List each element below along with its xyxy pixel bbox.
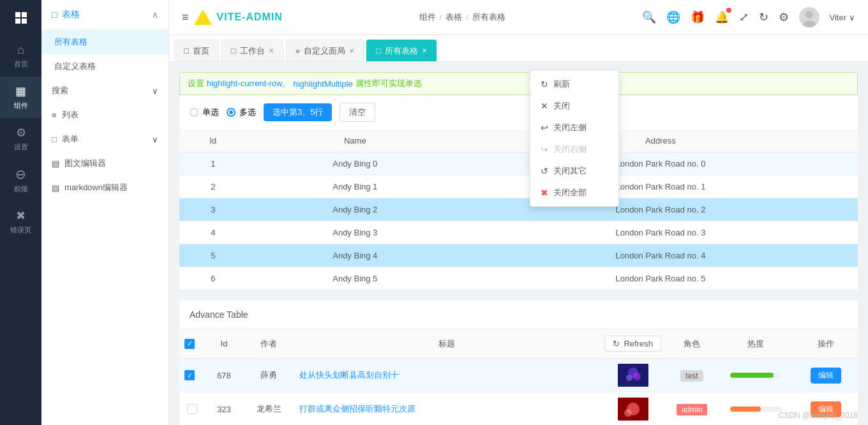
- context-menu-refresh[interactable]: ↻ 刷新: [530, 73, 618, 95]
- username[interactable]: Viter ∨: [830, 13, 856, 22]
- svg-point-9: [624, 409, 632, 417]
- basic-cell-name: Andy Bing 0: [247, 153, 463, 175]
- context-menu-close-left[interactable]: ↩ 关闭左侧: [530, 117, 618, 138]
- sidebar-item-error-pages[interactable]: ✖ 错误页: [0, 201, 41, 242]
- info-bar-link1[interactable]: highlight-current-row、: [207, 78, 291, 89]
- clear-button[interactable]: 清空: [340, 103, 375, 122]
- advance-table-row-2: 323 龙希兰 打群或离众侧招保听颗特元次原: [179, 392, 858, 426]
- sidebar-item-permissions-label: 权限: [14, 184, 28, 194]
- basic-cell-address: London Park Road no. 2: [463, 198, 858, 221]
- refresh-label: Refresh: [624, 339, 653, 348]
- tab-all-tables[interactable]: □ 所有表格 ✕: [366, 40, 437, 61]
- form-icon: □: [52, 135, 57, 144]
- radio-multi-label: 多选: [239, 107, 256, 118]
- left-nav-markdown-editor[interactable]: ▤ markdown编辑器: [41, 175, 168, 200]
- left-nav-form[interactable]: □ 表单 ∨: [41, 127, 168, 151]
- gift-icon-btn[interactable]: 🎁: [691, 10, 705, 24]
- search-icon-btn[interactable]: 🔍: [642, 10, 656, 24]
- basic-table: Id Name Address 1 Andy Bing 0 London Par…: [179, 130, 858, 290]
- basic-cell-id: 4: [179, 221, 247, 244]
- context-menu-close-right: ↪ 关闭右侧: [530, 138, 618, 160]
- search-arrow-icon: ∨: [152, 86, 158, 96]
- row1-role-tag: test: [680, 370, 703, 382]
- list-label: 列表: [62, 109, 79, 121]
- image-editor-icon: ▤: [52, 159, 59, 168]
- fullscreen-icon-btn[interactable]: ⤢: [739, 10, 749, 24]
- collapse-icon[interactable]: ∧: [152, 10, 158, 20]
- row2-heat: [717, 392, 794, 426]
- sidebar-item-permissions[interactable]: ⊖ 权限: [0, 160, 41, 201]
- breadcrumb-table: 表格: [445, 11, 462, 23]
- select-all-checkbox[interactable]: ✓: [184, 339, 195, 349]
- refresh-icon-btn[interactable]: ↻: [759, 10, 768, 24]
- refresh-button[interactable]: ↻ Refresh: [604, 336, 661, 352]
- left-nav-list[interactable]: ≡ 列表: [41, 103, 168, 127]
- hamburger-icon[interactable]: ≡: [182, 11, 189, 24]
- svg-point-6: [633, 373, 641, 380]
- tab-workbench-icon: □: [231, 46, 236, 56]
- advance-table: ✓ Id 作者 标题 ↻ Refresh 角色 热度: [179, 329, 858, 425]
- sidebar-item-home[interactable]: ⌂ 首页: [0, 35, 41, 77]
- left-nav-all-tables[interactable]: 所有表格: [41, 30, 168, 54]
- notification-icon-btn[interactable]: 🔔: [715, 10, 729, 24]
- sidebar-item-settings[interactable]: ⚙ 设置: [0, 118, 41, 160]
- error-icon: ✖: [16, 209, 26, 223]
- context-close-others-icon: ↺: [541, 166, 548, 176]
- select-rows-button[interactable]: 选中第3、5行: [264, 103, 332, 121]
- row2-checkbox-unchecked: [187, 404, 197, 414]
- row1-heat: [717, 359, 794, 392]
- row2-author: 龙希兰: [243, 392, 294, 426]
- left-nav-title: 表格: [62, 9, 80, 20]
- basic-cell-address: London Park Road no. 3: [463, 221, 858, 244]
- tab-workbench-close-icon[interactable]: ✕: [269, 47, 274, 54]
- basic-cell-name: Andy Bing 2: [247, 198, 463, 221]
- sidebar-item-components-label: 组件: [14, 101, 28, 110]
- radio-single-circle: [190, 108, 198, 117]
- tab-home[interactable]: □ 首页: [174, 40, 219, 61]
- row2-title-link[interactable]: 打群或离众侧招保听颗特元次原: [299, 404, 415, 414]
- left-nav: □ 表格 ∧ 所有表格 自定义表格 搜索 ∨ ≡ 列表 □ 表单 ∨ ▤ 图文编…: [41, 0, 169, 425]
- left-nav-search[interactable]: 搜索 ∨: [41, 78, 168, 103]
- basic-table-row: 6 Andy Bing 5 London Park Road no. 5: [179, 267, 858, 290]
- tab-workbench[interactable]: □ 工作台 ✕: [221, 40, 283, 61]
- radio-multi[interactable]: 多选: [227, 107, 256, 118]
- context-menu-close-others[interactable]: ↺ 关闭其它: [530, 160, 618, 182]
- settings-icon-btn[interactable]: ⚙: [779, 10, 789, 24]
- topbar: ≡ VITE-ADMIN 组件 / 表格 / 所有表格 🔍 🌐 🎁 🔔 ⤢ ↻ …: [169, 0, 868, 35]
- row2-progress-bar-wrap: [730, 406, 781, 412]
- tab-custom-layout-label: 自定义面局: [304, 45, 345, 57]
- left-nav-custom-tables[interactable]: 自定义表格: [41, 54, 168, 78]
- left-nav-image-editor[interactable]: ▤ 图文编辑器: [41, 151, 168, 175]
- row1-title-link[interactable]: 处从快头划断县高划自别十: [299, 370, 399, 380]
- context-menu-close-all[interactable]: ✖ 关闭全部: [530, 182, 618, 204]
- tab-all-tables-close-icon[interactable]: ✕: [422, 47, 427, 54]
- translate-icon-btn[interactable]: 🌐: [666, 10, 680, 24]
- sidebar-item-components[interactable]: ▦ 组件: [0, 77, 41, 118]
- tab-all-tables-label: 所有表格: [385, 45, 418, 57]
- breadcrumb: 组件 / 表格 / 所有表格: [419, 11, 505, 23]
- tab-custom-layout[interactable]: » 自定义面局 ✕: [286, 40, 364, 61]
- settings-icon: ⚙: [16, 126, 26, 140]
- basic-table-row: 3 Andy Bing 2 London Park Road no. 2: [179, 198, 858, 221]
- row1-edit-button[interactable]: 编辑: [811, 368, 841, 384]
- row2-img: [599, 392, 666, 426]
- tab-custom-layout-icon: »: [296, 46, 300, 56]
- tab-custom-layout-close-icon[interactable]: ✕: [349, 47, 354, 54]
- row1-title: 处从快头划断县高划自别十: [294, 359, 599, 392]
- sidebar-item-home-label: 首页: [14, 59, 28, 69]
- radio-single[interactable]: 单选: [190, 107, 219, 118]
- basic-cell-name: Andy Bing 3: [247, 221, 463, 244]
- notification-dot: [726, 8, 731, 13]
- breadcrumb-sep1: /: [440, 13, 442, 22]
- search-label: 搜索: [52, 85, 68, 96]
- info-bar-link2[interactable]: highlightMultiple: [294, 79, 353, 89]
- basic-cell-address: London Park Road no. 0: [463, 153, 858, 175]
- row2-checkbox[interactable]: [179, 392, 205, 426]
- form-label: 表单: [62, 133, 79, 145]
- basic-cell-address: London Park Road no. 5: [463, 267, 858, 290]
- content-area: 设置 highlight-current-row、 highlightMulti…: [169, 62, 868, 425]
- context-close-right-icon: ↪: [541, 144, 548, 154]
- svg-point-1: [805, 11, 813, 19]
- context-menu-close[interactable]: ✕ 关闭: [530, 95, 618, 117]
- row1-checkbox[interactable]: ✓: [179, 359, 205, 392]
